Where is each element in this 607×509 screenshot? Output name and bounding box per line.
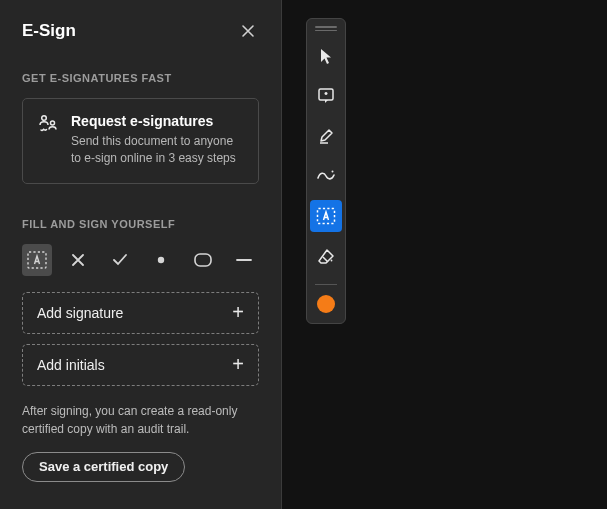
mark-dot-button[interactable] (147, 244, 177, 276)
svg-line-12 (323, 257, 328, 262)
svg-point-1 (51, 121, 55, 125)
cursor-icon (318, 47, 334, 65)
svg-point-3 (158, 256, 164, 262)
svg-point-10 (332, 171, 334, 173)
app-root: E-Sign GET E-SIGNATURES FAST Request e-s… (0, 0, 607, 509)
close-icon (241, 24, 255, 38)
toolbar-grip[interactable] (315, 26, 337, 32)
draw-freehand-icon (316, 168, 336, 184)
add-initials-button[interactable]: Add initials + (22, 344, 259, 386)
save-certified-copy-button[interactable]: Save a certified copy (22, 452, 185, 482)
text-box-icon (27, 251, 47, 269)
mark-x-button[interactable] (64, 244, 94, 276)
svg-rect-4 (195, 254, 211, 266)
request-text-block: Request e-signatures Send this document … (71, 113, 244, 167)
save-certified-copy-label: Save a certified copy (39, 459, 168, 474)
svg-point-13 (331, 260, 333, 262)
section-fill-sign-label: FILL AND SIGN YOURSELF (22, 218, 259, 230)
panel-header: E-Sign (22, 20, 259, 42)
tool-draw[interactable] (310, 160, 342, 192)
mark-check-button[interactable] (105, 244, 135, 276)
mark-line-button[interactable] (230, 244, 260, 276)
svg-point-0 (42, 116, 47, 121)
esign-panel: E-Sign GET E-SIGNATURES FAST Request e-s… (0, 0, 282, 509)
annotation-toolbar (306, 18, 346, 324)
rounded-rect-icon (193, 252, 213, 268)
text-box-icon (316, 207, 336, 225)
tool-add-text[interactable] (310, 200, 342, 232)
toolbar-divider (315, 284, 337, 285)
close-button[interactable] (237, 20, 259, 42)
document-viewer (282, 0, 607, 509)
plus-icon: + (232, 353, 244, 376)
check-mark-icon (111, 252, 129, 268)
line-icon (235, 257, 253, 263)
request-esignatures-card[interactable]: Request e-signatures Send this document … (22, 98, 259, 184)
dot-icon (156, 255, 166, 265)
comment-icon (317, 87, 335, 105)
mark-circle-button[interactable] (188, 244, 218, 276)
request-title: Request e-signatures (71, 113, 244, 129)
mark-tools-row (22, 244, 259, 276)
x-mark-icon (70, 252, 86, 268)
request-esignatures-icon (37, 113, 59, 167)
tool-select[interactable] (310, 40, 342, 72)
highlighter-icon (317, 127, 335, 145)
add-signature-button[interactable]: Add signature + (22, 292, 259, 334)
section-get-signatures-label: GET E-SIGNATURES FAST (22, 72, 259, 84)
request-description: Send this document to anyone to e-sign o… (71, 133, 244, 167)
eraser-icon (317, 248, 335, 264)
tool-highlight[interactable] (310, 120, 342, 152)
tool-comment[interactable] (310, 80, 342, 112)
color-picker-button[interactable] (317, 295, 335, 313)
plus-icon: + (232, 301, 244, 324)
panel-title: E-Sign (22, 21, 76, 41)
after-signing-text: After signing, you can create a read-onl… (22, 402, 259, 438)
add-signature-label: Add signature (37, 305, 123, 321)
mark-text-button[interactable] (22, 244, 52, 276)
add-initials-label: Add initials (37, 357, 105, 373)
tool-erase[interactable] (310, 240, 342, 272)
